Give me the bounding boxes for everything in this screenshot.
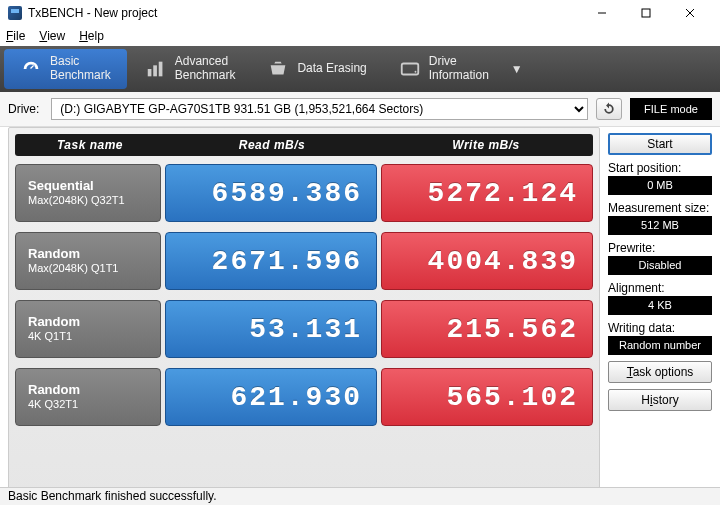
- measurement-size-label: Measurement size:: [608, 201, 712, 215]
- toolbar-tabs: BasicBenchmark AdvancedBenchmark Data Er…: [0, 46, 720, 92]
- gauge-icon: [20, 58, 42, 80]
- watermark: 新浪众测: [694, 461, 714, 483]
- titlebar: TxBENCH - New project: [0, 0, 720, 26]
- write-value: 215.562: [381, 300, 593, 358]
- drive-icon: [399, 58, 421, 80]
- menu-file[interactable]: File: [6, 29, 25, 43]
- menu-help[interactable]: Help: [79, 29, 104, 43]
- refresh-icon: [602, 102, 616, 116]
- read-value: 621.930: [165, 368, 377, 426]
- task-options-button[interactable]: Task options: [608, 361, 712, 383]
- benchmark-panel: Task name Read mB/s Write mB/s Sequentia…: [8, 127, 600, 497]
- writing-data-value[interactable]: Random number: [608, 336, 712, 355]
- header-read: Read mB/s: [165, 134, 379, 156]
- svg-rect-6: [158, 62, 162, 77]
- task-name-cell[interactable]: Random4K Q1T1: [15, 300, 161, 358]
- window-title: TxBENCH - New project: [28, 6, 580, 20]
- table-row: RandomMax(2048K) Q1T1 2671.596 4004.839: [15, 232, 593, 290]
- prewrite-label: Prewrite:: [608, 241, 712, 255]
- tab-basic-benchmark[interactable]: BasicBenchmark: [4, 49, 127, 89]
- task-name-cell[interactable]: Random4K Q32T1: [15, 368, 161, 426]
- write-value: 4004.839: [381, 232, 593, 290]
- close-button[interactable]: [668, 0, 712, 26]
- alignment-value[interactable]: 4 KB: [608, 296, 712, 315]
- header-write: Write mB/s: [379, 134, 593, 156]
- drive-select[interactable]: (D:) GIGABYTE GP-AG70S1TB 931.51 GB (1,9…: [51, 98, 588, 120]
- tab-label: Basic: [50, 55, 111, 69]
- writing-data-label: Writing data:: [608, 321, 712, 335]
- maximize-button[interactable]: [624, 0, 668, 26]
- svg-rect-7: [402, 64, 419, 75]
- read-value: 2671.596: [165, 232, 377, 290]
- tab-data-erasing[interactable]: Data Erasing: [251, 46, 382, 92]
- minimize-button[interactable]: [580, 0, 624, 26]
- write-value: 565.102: [381, 368, 593, 426]
- menu-view[interactable]: View: [39, 29, 65, 43]
- erase-icon: [267, 58, 289, 80]
- table-row: Random4K Q1T1 53.131 215.562: [15, 300, 593, 358]
- table-row: SequentialMax(2048K) Q32T1 6589.386 5272…: [15, 164, 593, 222]
- svg-rect-4: [147, 69, 151, 76]
- table-header: Task name Read mB/s Write mB/s: [15, 134, 593, 156]
- tabs-overflow-arrow[interactable]: ▼: [505, 46, 529, 92]
- write-value: 5272.124: [381, 164, 593, 222]
- task-name-cell[interactable]: SequentialMax(2048K) Q32T1: [15, 164, 161, 222]
- file-mode-button[interactable]: FILE mode: [630, 98, 712, 120]
- history-button[interactable]: History: [608, 389, 712, 411]
- sidebar: Start Start position: 0 MB Measurement s…: [600, 127, 712, 497]
- tab-drive-information[interactable]: DriveInformation: [383, 46, 505, 92]
- refresh-button[interactable]: [596, 98, 622, 120]
- start-position-value[interactable]: 0 MB: [608, 176, 712, 195]
- drive-label: Drive:: [8, 102, 43, 116]
- svg-rect-1: [642, 9, 650, 17]
- svg-rect-5: [153, 65, 157, 76]
- alignment-label: Alignment:: [608, 281, 712, 295]
- drive-row: Drive: (D:) GIGABYTE GP-AG70S1TB 931.51 …: [0, 92, 720, 127]
- app-icon: [8, 6, 22, 20]
- bars-icon: [145, 58, 167, 80]
- measurement-size-value[interactable]: 512 MB: [608, 216, 712, 235]
- tab-advanced-benchmark[interactable]: AdvancedBenchmark: [129, 46, 252, 92]
- read-value: 6589.386: [165, 164, 377, 222]
- status-bar: Basic Benchmark finished successfully.: [0, 487, 720, 505]
- start-position-label: Start position:: [608, 161, 712, 175]
- svg-point-8: [414, 71, 416, 73]
- table-row: Random4K Q32T1 621.930 565.102: [15, 368, 593, 426]
- read-value: 53.131: [165, 300, 377, 358]
- menu-bar: File View Help: [0, 26, 720, 46]
- task-name-cell[interactable]: RandomMax(2048K) Q1T1: [15, 232, 161, 290]
- start-button[interactable]: Start: [608, 133, 712, 155]
- prewrite-value[interactable]: Disabled: [608, 256, 712, 275]
- header-task: Task name: [15, 134, 165, 156]
